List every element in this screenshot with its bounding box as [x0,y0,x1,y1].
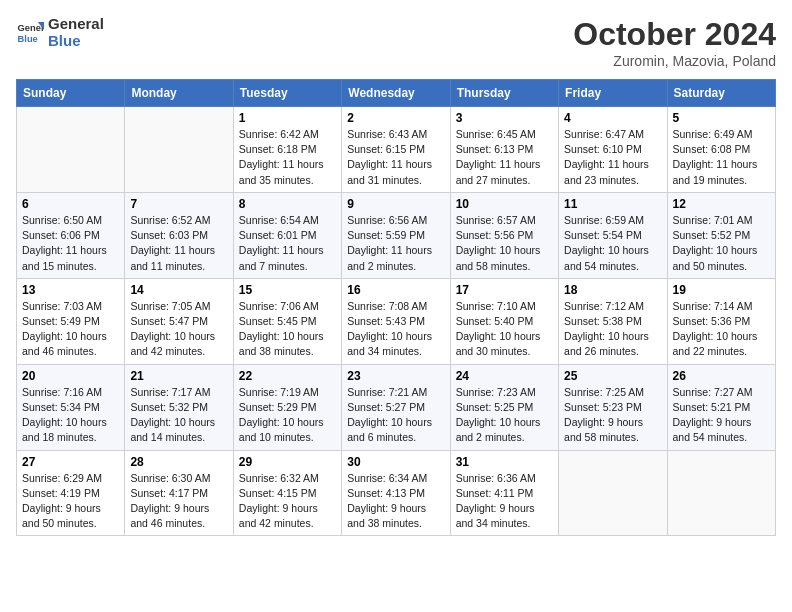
calendar-cell: 2Sunrise: 6:43 AM Sunset: 6:15 PM Daylig… [342,107,450,193]
day-info: Sunrise: 6:29 AM Sunset: 4:19 PM Dayligh… [22,471,119,532]
day-info: Sunrise: 7:10 AM Sunset: 5:40 PM Dayligh… [456,299,553,360]
week-row-4: 20Sunrise: 7:16 AM Sunset: 5:34 PM Dayli… [17,364,776,450]
title-area: October 2024 Zuromin, Mazovia, Poland [573,16,776,69]
day-number: 7 [130,197,227,211]
calendar-cell: 15Sunrise: 7:06 AM Sunset: 5:45 PM Dayli… [233,278,341,364]
logo-icon: General Blue [16,19,44,47]
day-info: Sunrise: 7:06 AM Sunset: 5:45 PM Dayligh… [239,299,336,360]
week-row-5: 27Sunrise: 6:29 AM Sunset: 4:19 PM Dayli… [17,450,776,536]
header-wednesday: Wednesday [342,80,450,107]
calendar-cell: 5Sunrise: 6:49 AM Sunset: 6:08 PM Daylig… [667,107,775,193]
day-info: Sunrise: 6:34 AM Sunset: 4:13 PM Dayligh… [347,471,444,532]
day-number: 27 [22,455,119,469]
location-subtitle: Zuromin, Mazovia, Poland [573,53,776,69]
day-info: Sunrise: 6:43 AM Sunset: 6:15 PM Dayligh… [347,127,444,188]
calendar-cell: 9Sunrise: 6:56 AM Sunset: 5:59 PM Daylig… [342,192,450,278]
calendar-cell: 27Sunrise: 6:29 AM Sunset: 4:19 PM Dayli… [17,450,125,536]
day-info: Sunrise: 7:01 AM Sunset: 5:52 PM Dayligh… [673,213,770,274]
day-info: Sunrise: 6:49 AM Sunset: 6:08 PM Dayligh… [673,127,770,188]
day-info: Sunrise: 7:05 AM Sunset: 5:47 PM Dayligh… [130,299,227,360]
day-info: Sunrise: 6:45 AM Sunset: 6:13 PM Dayligh… [456,127,553,188]
day-info: Sunrise: 7:23 AM Sunset: 5:25 PM Dayligh… [456,385,553,446]
day-info: Sunrise: 6:52 AM Sunset: 6:03 PM Dayligh… [130,213,227,274]
calendar-cell: 7Sunrise: 6:52 AM Sunset: 6:03 PM Daylig… [125,192,233,278]
day-info: Sunrise: 7:25 AM Sunset: 5:23 PM Dayligh… [564,385,661,446]
calendar-cell [125,107,233,193]
day-number: 25 [564,369,661,383]
calendar-cell: 23Sunrise: 7:21 AM Sunset: 5:27 PM Dayli… [342,364,450,450]
month-title: October 2024 [573,16,776,53]
calendar-cell: 24Sunrise: 7:23 AM Sunset: 5:25 PM Dayli… [450,364,558,450]
day-info: Sunrise: 6:54 AM Sunset: 6:01 PM Dayligh… [239,213,336,274]
day-info: Sunrise: 7:19 AM Sunset: 5:29 PM Dayligh… [239,385,336,446]
day-number: 16 [347,283,444,297]
header-friday: Friday [559,80,667,107]
day-info: Sunrise: 7:21 AM Sunset: 5:27 PM Dayligh… [347,385,444,446]
day-number: 17 [456,283,553,297]
calendar-cell: 31Sunrise: 6:36 AM Sunset: 4:11 PM Dayli… [450,450,558,536]
header-monday: Monday [125,80,233,107]
calendar-cell: 4Sunrise: 6:47 AM Sunset: 6:10 PM Daylig… [559,107,667,193]
day-number: 5 [673,111,770,125]
calendar-cell [17,107,125,193]
calendar-cell: 14Sunrise: 7:05 AM Sunset: 5:47 PM Dayli… [125,278,233,364]
calendar-cell: 30Sunrise: 6:34 AM Sunset: 4:13 PM Dayli… [342,450,450,536]
day-number: 28 [130,455,227,469]
day-number: 10 [456,197,553,211]
day-info: Sunrise: 7:12 AM Sunset: 5:38 PM Dayligh… [564,299,661,360]
day-number: 22 [239,369,336,383]
day-number: 4 [564,111,661,125]
day-number: 6 [22,197,119,211]
calendar-cell [667,450,775,536]
day-number: 29 [239,455,336,469]
day-number: 1 [239,111,336,125]
day-info: Sunrise: 6:30 AM Sunset: 4:17 PM Dayligh… [130,471,227,532]
day-info: Sunrise: 6:56 AM Sunset: 5:59 PM Dayligh… [347,213,444,274]
day-number: 11 [564,197,661,211]
day-info: Sunrise: 6:59 AM Sunset: 5:54 PM Dayligh… [564,213,661,274]
day-number: 13 [22,283,119,297]
day-info: Sunrise: 7:03 AM Sunset: 5:49 PM Dayligh… [22,299,119,360]
calendar-table: SundayMondayTuesdayWednesdayThursdayFrid… [16,79,776,536]
day-number: 9 [347,197,444,211]
day-info: Sunrise: 7:08 AM Sunset: 5:43 PM Dayligh… [347,299,444,360]
calendar-cell: 6Sunrise: 6:50 AM Sunset: 6:06 PM Daylig… [17,192,125,278]
calendar-cell: 20Sunrise: 7:16 AM Sunset: 5:34 PM Dayli… [17,364,125,450]
header-tuesday: Tuesday [233,80,341,107]
header-row: SundayMondayTuesdayWednesdayThursdayFrid… [17,80,776,107]
calendar-cell: 13Sunrise: 7:03 AM Sunset: 5:49 PM Dayli… [17,278,125,364]
calendar-cell: 26Sunrise: 7:27 AM Sunset: 5:21 PM Dayli… [667,364,775,450]
day-info: Sunrise: 6:50 AM Sunset: 6:06 PM Dayligh… [22,213,119,274]
day-number: 8 [239,197,336,211]
day-number: 21 [130,369,227,383]
calendar-cell: 11Sunrise: 6:59 AM Sunset: 5:54 PM Dayli… [559,192,667,278]
header-thursday: Thursday [450,80,558,107]
day-number: 2 [347,111,444,125]
day-number: 19 [673,283,770,297]
week-row-2: 6Sunrise: 6:50 AM Sunset: 6:06 PM Daylig… [17,192,776,278]
day-info: Sunrise: 6:42 AM Sunset: 6:18 PM Dayligh… [239,127,336,188]
svg-text:General: General [18,23,44,33]
day-info: Sunrise: 6:32 AM Sunset: 4:15 PM Dayligh… [239,471,336,532]
logo-text: General Blue [48,16,104,49]
day-number: 24 [456,369,553,383]
logo-line2: Blue [48,33,104,50]
header-saturday: Saturday [667,80,775,107]
day-info: Sunrise: 7:17 AM Sunset: 5:32 PM Dayligh… [130,385,227,446]
day-number: 3 [456,111,553,125]
day-number: 26 [673,369,770,383]
calendar-cell: 8Sunrise: 6:54 AM Sunset: 6:01 PM Daylig… [233,192,341,278]
day-number: 31 [456,455,553,469]
day-info: Sunrise: 6:57 AM Sunset: 5:56 PM Dayligh… [456,213,553,274]
calendar-cell: 28Sunrise: 6:30 AM Sunset: 4:17 PM Dayli… [125,450,233,536]
calendar-cell: 25Sunrise: 7:25 AM Sunset: 5:23 PM Dayli… [559,364,667,450]
calendar-cell: 3Sunrise: 6:45 AM Sunset: 6:13 PM Daylig… [450,107,558,193]
day-info: Sunrise: 6:47 AM Sunset: 6:10 PM Dayligh… [564,127,661,188]
calendar-cell: 16Sunrise: 7:08 AM Sunset: 5:43 PM Dayli… [342,278,450,364]
day-info: Sunrise: 6:36 AM Sunset: 4:11 PM Dayligh… [456,471,553,532]
calendar-cell: 21Sunrise: 7:17 AM Sunset: 5:32 PM Dayli… [125,364,233,450]
svg-text:Blue: Blue [18,34,38,44]
day-number: 12 [673,197,770,211]
day-info: Sunrise: 7:14 AM Sunset: 5:36 PM Dayligh… [673,299,770,360]
calendar-cell: 17Sunrise: 7:10 AM Sunset: 5:40 PM Dayli… [450,278,558,364]
